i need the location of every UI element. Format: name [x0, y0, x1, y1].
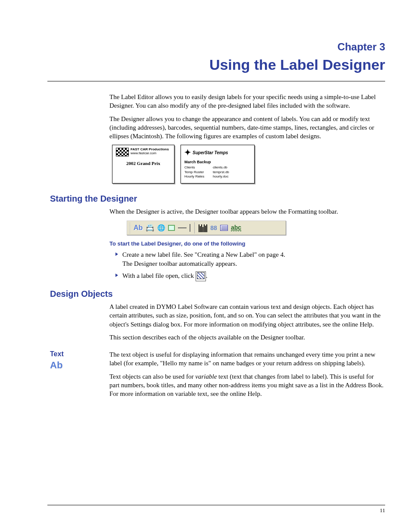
list-item: Clients: [184, 165, 213, 170]
text-tool-icon: Ab: [134, 224, 143, 232]
text-object-ab-icon: Ab: [50, 360, 109, 371]
starting-paragraph: When the Designer is active, the Designe…: [109, 207, 385, 216]
graphic-tool-icon: 🌐: [157, 224, 165, 232]
example2-company: SuperStar Temps: [193, 150, 228, 155]
text-object-p2-pre: Text objects can also be used for: [109, 373, 195, 380]
bullet-icon: [115, 252, 118, 256]
intro-paragraph-1: The Label Editor allows you to easily de…: [109, 93, 385, 110]
rectangle-tool-icon: [168, 225, 175, 231]
design-mode-button-icon: [196, 271, 206, 281]
text-object-side-heading: Text: [50, 350, 109, 358]
section-heading-design-objects: Design Objects: [50, 289, 385, 299]
datetime-tool-icon: [220, 225, 228, 231]
example2-file-list: Clientsclients.db Temp Rostertemprst.db …: [184, 165, 251, 179]
designer-toolbar-figure: Ab 📇 🌐 88 abc: [127, 221, 286, 235]
chapter-label: Chapter 3: [47, 41, 385, 53]
text-object-p2-em: variable: [195, 373, 217, 380]
list-item: With a label file open, click .: [115, 271, 385, 281]
hline-tool-icon: [178, 227, 187, 228]
example1-url: www.fastcar.com: [131, 152, 169, 156]
star-icon: ✦: [184, 148, 191, 157]
bullet1-line1: Create a new label file. See "Creating a…: [122, 251, 285, 258]
instruction-heading: To start the Label Designer, do one of t…: [109, 240, 385, 247]
barcode-tool-icon: [199, 224, 207, 232]
intro-paragraph-2: The Designer allows you to change the ap…: [109, 115, 385, 141]
bullet2-pre: With a label file open, click: [122, 272, 196, 279]
example2-subtitle: March Backup: [184, 160, 251, 164]
vline-tool-icon: [190, 224, 190, 232]
chapter-title: Using the Label Designer: [47, 56, 385, 81]
list-item: Create a new label file. See "Creating a…: [115, 250, 385, 269]
curved-text-tool-icon: abc: [231, 224, 241, 231]
design-paragraph-2: This section describes each of the objec…: [109, 333, 385, 342]
list-item: Hourly Rates: [184, 174, 213, 179]
bullet1-line2: The Designer toolbar automatically appea…: [122, 260, 237, 267]
list-item: clients.db: [213, 165, 227, 170]
example-label-fastcar: FAST CAR Productions www.fastcar.com 200…: [112, 145, 174, 184]
bullet2-post: .: [206, 272, 208, 279]
list-item: Temp Roster: [184, 170, 213, 174]
checkered-flag-icon: [116, 148, 129, 156]
section-heading-starting: Starting the Designer: [50, 194, 385, 204]
address-tool-icon: 📇: [146, 224, 154, 232]
design-paragraph-1: A label created in DYMO Label Software c…: [109, 302, 385, 329]
list-item: temprst.db: [213, 170, 229, 174]
footer-rule: [47, 505, 385, 505]
text-object-paragraph-1: The text object is useful for displaying…: [109, 350, 385, 368]
toolbar-grip-icon: [129, 222, 131, 233]
example-label-superstar: ✦ SuperStar Temps March Backup Clientscl…: [181, 145, 255, 184]
toolbar-separator: [194, 222, 195, 233]
list-item: hourly.doc: [213, 174, 228, 179]
counter-tool-icon: 88: [210, 224, 217, 231]
text-object-paragraph-2: Text objects can also be used for variab…: [109, 372, 385, 398]
bullet-icon: [115, 274, 118, 277]
page-number: 11: [380, 507, 385, 514]
example-labels-row: FAST CAR Productions www.fastcar.com 200…: [112, 145, 385, 184]
example1-event: 2002 Grand Prix: [116, 161, 171, 166]
